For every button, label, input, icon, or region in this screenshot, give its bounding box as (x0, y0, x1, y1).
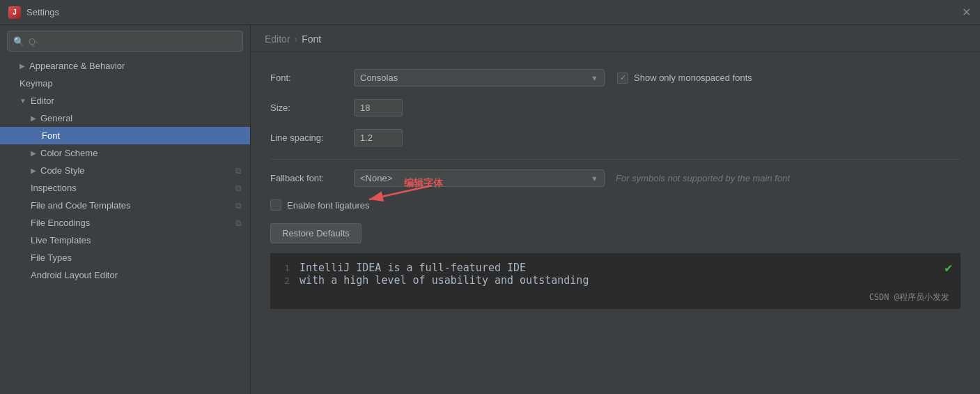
sidebar-item-android-layout[interactable]: Android Layout Editor (0, 266, 250, 284)
sidebar-item-color-scheme[interactable]: ▶ Color Scheme (0, 144, 250, 162)
preview-area: 1 IntelliJ IDEA is a full-featured IDE 2… (270, 253, 960, 309)
font-label: Font: (270, 73, 354, 83)
sidebar-item-live-templates[interactable]: Live Templates (0, 232, 250, 249)
sidebar-item-label: Appearance & Behavior (29, 61, 242, 71)
copy-icon: ⧉ (235, 166, 242, 176)
sidebar-item-label: File Types (31, 252, 242, 263)
line-spacing-label: Line spacing: (270, 132, 354, 143)
collapse-arrow: ▶ (31, 149, 36, 157)
preview-line-2: 2 with a high level of usability and out… (281, 274, 949, 287)
checkbox-box (270, 199, 281, 211)
copy-icon: ⧉ (235, 218, 242, 228)
sidebar-item-label: Live Templates (31, 235, 242, 245)
close-button[interactable]: ✕ (960, 7, 972, 18)
line-spacing-row: Line spacing: (270, 129, 960, 146)
sidebar-item-label: Color Scheme (40, 148, 242, 158)
ligatures-row: Enable font ligatures (270, 199, 960, 211)
fallback-font-dropdown[interactable]: <None> ▼ (354, 169, 605, 187)
size-input[interactable] (354, 99, 403, 116)
sidebar-item-file-code-templates[interactable]: File and Code Templates ⧉ (0, 197, 250, 214)
sidebar-item-label: Code Style (40, 165, 235, 176)
fallback-label: Fallback font: (270, 173, 354, 183)
chevron-down-icon: ▼ (591, 174, 598, 183)
show-mono-checkbox[interactable]: Show only monospaced fonts (617, 73, 752, 84)
content-area: 🔍 ▶ Appearance & Behavior Keymap ▼ Edito… (0, 25, 980, 394)
show-mono-label: Show only monospaced fonts (634, 73, 752, 83)
font-row: Font: Consolas ▼ Show only monospaced fo… (270, 69, 960, 86)
chevron-down-icon: ▼ (591, 74, 598, 82)
font-dropdown[interactable]: Consolas ▼ (354, 69, 605, 86)
sidebar-item-label: Keymap (20, 78, 242, 89)
copy-icon: ⧉ (235, 201, 242, 211)
search-input[interactable] (29, 36, 237, 47)
collapse-arrow: ▼ (20, 97, 26, 105)
line-number-1: 1 (281, 263, 290, 273)
sidebar-item-label: Inspections (31, 183, 235, 193)
ligatures-label: Enable font ligatures (287, 200, 370, 211)
line-number-2: 2 (281, 275, 290, 286)
sidebar-item-label: File Encodings (31, 218, 235, 228)
size-row: Size: (270, 99, 960, 116)
search-icon: 🔍 (13, 36, 24, 47)
sidebar-item-label: Editor (31, 96, 242, 106)
sidebar-item-keymap[interactable]: Keymap (0, 75, 250, 92)
check-icon: ✔ (944, 260, 952, 275)
left-panel: 🔍 ▶ Appearance & Behavior Keymap ▼ Edito… (0, 25, 251, 394)
breadcrumb-separator: › (295, 33, 298, 45)
preview-text-2: with a high level of usability and outst… (300, 274, 589, 287)
divider (270, 159, 960, 160)
preview-text-1: IntelliJ IDEA is a full-featured IDE (300, 262, 526, 274)
settings-content: Font: Consolas ▼ Show only monospaced fo… (251, 52, 980, 394)
fallback-font-row: Fallback font: <None> ▼ For symbols not … (270, 169, 960, 187)
sidebar-item-file-encodings[interactable]: File Encodings ⧉ (0, 214, 250, 232)
sidebar-item-inspections[interactable]: Inspections ⧉ (0, 179, 250, 197)
right-panel: Editor › Font Font: Consolas ▼ Show only… (251, 25, 980, 394)
sidebar-item-editor[interactable]: ▼ Editor (0, 92, 250, 109)
sidebar-item-label: Android Layout Editor (31, 270, 242, 280)
sidebar-item-file-types[interactable]: File Types (0, 249, 250, 266)
preview-line-1: 1 IntelliJ IDEA is a full-featured IDE (281, 262, 949, 274)
settings-window: J Settings ✕ 🔍 ▶ Appearance & Behavior K… (0, 0, 980, 394)
sidebar-item-appearance[interactable]: ▶ Appearance & Behavior (0, 57, 250, 75)
sidebar-item-label: Font (42, 130, 242, 141)
sidebar-item-font[interactable]: Font (0, 127, 250, 144)
title-bar: J Settings ✕ (0, 0, 980, 25)
collapse-arrow: ▶ (31, 114, 36, 122)
sidebar-item-label: General (40, 113, 242, 123)
show-mono-checkbox-row: Show only monospaced fonts (617, 73, 752, 84)
line-spacing-input[interactable] (354, 129, 403, 146)
fallback-dropdown-value: <None> (360, 173, 591, 183)
font-dropdown-value: Consolas (360, 73, 591, 83)
tree-area: ▶ Appearance & Behavior Keymap ▼ Editor … (0, 57, 250, 394)
sidebar-item-general[interactable]: ▶ General (0, 109, 250, 127)
breadcrumb-parent: Editor (265, 33, 290, 45)
ligatures-checkbox[interactable]: Enable font ligatures (270, 199, 370, 211)
copy-icon: ⧉ (235, 183, 242, 193)
fallback-hint: For symbols not supported by the main fo… (616, 173, 790, 183)
sidebar-item-code-style[interactable]: ▶ Code Style ⧉ (0, 162, 250, 179)
breadcrumb-current: Font (302, 33, 321, 45)
window-title: Settings (26, 7, 960, 17)
sidebar-item-label: File and Code Templates (31, 200, 235, 211)
size-label: Size: (270, 103, 354, 113)
checkbox-box (617, 73, 628, 84)
collapse-arrow: ▶ (20, 62, 25, 70)
search-box[interactable]: 🔍 (7, 31, 243, 52)
breadcrumb: Editor › Font (251, 25, 980, 52)
restore-defaults-button[interactable]: Restore Defaults (270, 223, 361, 243)
watermark-text: CSDN @程序员小发发 (869, 291, 949, 303)
collapse-arrow: ▶ (31, 167, 36, 174)
app-icon: J (8, 6, 21, 19)
